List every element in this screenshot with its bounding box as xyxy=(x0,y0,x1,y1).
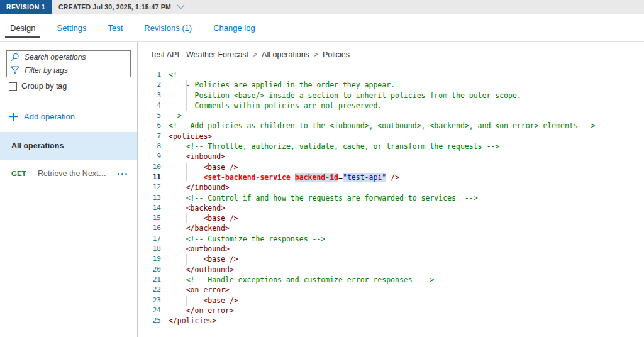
code-token: - Position <base/> inside a section to i… xyxy=(169,91,521,100)
code-line[interactable]: 20 </outbound> xyxy=(138,265,644,275)
code-token: <base /> xyxy=(169,163,238,172)
code-token: <outbound> xyxy=(169,245,230,253)
code-line[interactable]: 10 <base /> xyxy=(138,162,644,172)
filter-icon xyxy=(11,66,19,75)
line-number: 5 xyxy=(138,111,161,121)
operation-list-item[interactable]: GETRetrieve the Next… xyxy=(0,160,137,187)
code-token: <!-- xyxy=(169,70,186,79)
revision-created-label: CREATED Jul 30, 2025, 1:15:47 PM xyxy=(58,3,171,11)
code-line[interactable]: 13 <!-- Control if and how the requests … xyxy=(138,193,644,203)
code-line[interactable]: 17 <!-- Customize the responses --> xyxy=(138,234,644,244)
indent-guide-line xyxy=(186,172,187,182)
code-text: <!-- Handle exceptions and customize err… xyxy=(169,275,434,285)
tab-change-log[interactable]: Change log xyxy=(212,14,257,41)
code-token: <!-- Throttle, authorize, validate, cach… xyxy=(169,142,499,151)
code-text: <set-backend-service backend-id="test-ap… xyxy=(169,172,399,182)
indent-guide-line xyxy=(186,213,187,223)
line-number: 15 xyxy=(138,213,161,223)
code-line[interactable]: 18 <outbound> xyxy=(138,244,644,254)
code-token: <base /> xyxy=(169,214,238,223)
code-token: <base /> xyxy=(169,296,238,305)
code-line[interactable]: 12 </inbound> xyxy=(138,182,644,192)
code-token: <backend> xyxy=(169,204,225,213)
breadcrumb-item-policies[interactable]: Policies xyxy=(323,50,350,59)
code-token: <!-- Customize the responses --> xyxy=(169,235,325,243)
filter-by-tags-box[interactable] xyxy=(6,64,131,77)
code-line[interactable]: 22 <on-error> xyxy=(138,285,644,295)
main-panel: Test API - Weather Forecast>All operatio… xyxy=(138,42,644,337)
breadcrumb-item-test-api-weather-forecast[interactable]: Test API - Weather Forecast xyxy=(150,50,248,59)
line-number: 4 xyxy=(138,101,161,111)
search-icon xyxy=(11,53,19,62)
content-area: Group by tag Add operation All operation… xyxy=(0,42,644,337)
operation-menu-button[interactable] xyxy=(118,170,127,177)
code-token: backend-id xyxy=(295,173,338,182)
breadcrumb-item-all-operations[interactable]: All operations xyxy=(262,50,309,59)
code-line[interactable]: 14 <backend> xyxy=(138,203,644,213)
code-line[interactable]: 15 <base /> xyxy=(138,213,644,223)
code-line[interactable]: 9 <inbound> xyxy=(138,152,644,162)
code-text: </outbound> xyxy=(169,265,234,275)
group-by-tag-row: Group by tag xyxy=(9,82,137,91)
add-operation-button[interactable]: Add operation xyxy=(9,112,75,121)
code-line[interactable]: 25</policies> xyxy=(138,316,644,326)
all-operations-label: All operations xyxy=(11,141,64,150)
filter-input[interactable] xyxy=(23,65,126,75)
search-input[interactable] xyxy=(23,52,126,62)
code-text: <!-- Control if and how the requests are… xyxy=(169,193,478,203)
sidebar-item-all-operations[interactable]: All operations xyxy=(0,132,137,160)
line-number: 24 xyxy=(138,306,161,316)
line-number: 17 xyxy=(138,234,161,244)
line-number: 6 xyxy=(138,121,161,131)
ellipsis-dot-icon xyxy=(118,173,119,175)
line-number: 18 xyxy=(138,244,161,254)
code-line[interactable]: 19 <base /> xyxy=(138,254,644,264)
chevron-down-icon[interactable] xyxy=(177,4,185,9)
code-text: <inbound> xyxy=(169,152,225,162)
code-line[interactable]: 23 <base /> xyxy=(138,296,644,306)
code-line[interactable]: 1<!-- xyxy=(138,70,644,80)
indent-guide-line xyxy=(186,91,187,101)
group-by-tag-checkbox[interactable] xyxy=(9,82,17,91)
breadcrumb-separator: > xyxy=(253,50,257,59)
code-line[interactable]: 6<!-- Add policies as children to the <i… xyxy=(138,121,644,131)
breadcrumb-separator: > xyxy=(314,50,318,59)
code-text: - Comments within policies are not prese… xyxy=(169,101,382,111)
code-token: </on-error> xyxy=(169,306,234,315)
ellipsis-dot-icon xyxy=(121,173,123,175)
code-line[interactable]: 5--> xyxy=(138,111,644,121)
tab-design[interactable]: Design xyxy=(9,14,36,41)
code-line[interactable]: 16 </backend> xyxy=(138,223,644,233)
search-operations-box[interactable] xyxy=(6,50,131,64)
tab-revisions-1[interactable]: Revisions (1) xyxy=(143,14,193,41)
code-line[interactable]: 4 - Comments within policies are not pre… xyxy=(138,101,644,111)
operation-verb: GET xyxy=(11,170,38,177)
code-text: <base /> xyxy=(169,296,238,306)
line-number: 19 xyxy=(138,254,161,264)
line-number: 20 xyxy=(138,265,161,275)
line-number: 2 xyxy=(138,80,161,90)
code-token: <!-- Add policies as children to the <in… xyxy=(169,121,596,130)
code-token: --> xyxy=(169,111,182,120)
code-token: <on-error> xyxy=(169,285,230,294)
code-line[interactable]: 11 <set-backend-service backend-id="test… xyxy=(138,172,644,182)
group-by-tag-label: Group by tag xyxy=(21,82,67,91)
code-line[interactable]: 2 - Policies are applied in the order th… xyxy=(138,80,644,90)
code-line[interactable]: 8 <!-- Throttle, authorize, validate, ca… xyxy=(138,141,644,152)
code-text: <policies> xyxy=(169,131,212,141)
policy-editor[interactable]: 1<!--2 - Policies are applied in the ord… xyxy=(138,67,644,326)
line-number: 22 xyxy=(138,285,161,295)
code-line[interactable]: 21 <!-- Handle exceptions and customize … xyxy=(138,275,644,285)
code-line[interactable]: 24 </on-error> xyxy=(138,306,644,316)
tab-test[interactable]: Test xyxy=(106,14,124,41)
line-number: 14 xyxy=(138,203,161,213)
line-number: 7 xyxy=(138,131,161,141)
operation-name: Retrieve the Next… xyxy=(38,169,118,178)
code-token: </backend> xyxy=(169,224,230,233)
line-number: 11 xyxy=(138,172,161,182)
code-line[interactable]: 3 - Position <base/> inside a section to… xyxy=(138,91,644,101)
revision-bar: REVISION 1 CREATED Jul 30, 2025, 1:15:47… xyxy=(0,0,644,14)
code-token: /> xyxy=(386,173,399,182)
tab-settings[interactable]: Settings xyxy=(55,14,87,41)
code-line[interactable]: 7<policies> xyxy=(138,131,644,141)
